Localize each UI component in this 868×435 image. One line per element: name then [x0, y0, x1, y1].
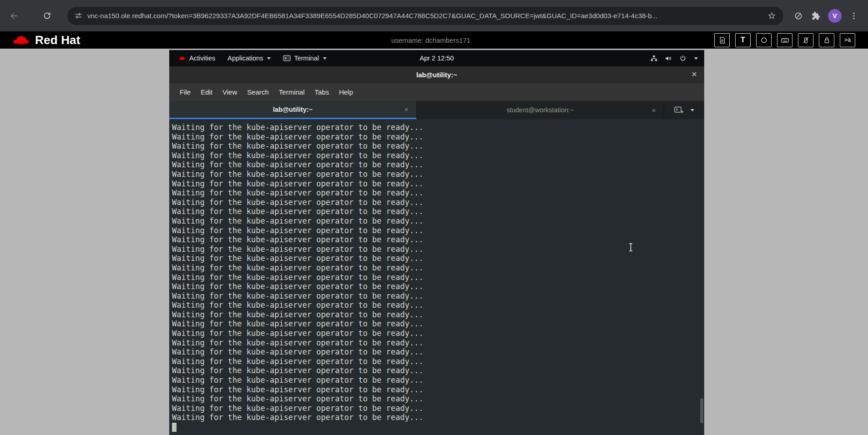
new-terminal-icon[interactable]: [674, 106, 684, 114]
circle-icon: [760, 36, 768, 44]
terminal-line: Waiting for the kube-apiserver operator …: [172, 235, 704, 245]
profile-avatar[interactable]: V: [828, 9, 842, 23]
terminal-line: Waiting for the kube-apiserver operator …: [172, 329, 704, 338]
menu-edit[interactable]: Edit: [196, 88, 217, 96]
terminal-line: Waiting for the kube-apiserver operator …: [172, 385, 704, 395]
document-icon: [718, 36, 726, 44]
extensions-button[interactable]: [807, 7, 824, 25]
reload-icon: [42, 11, 52, 20]
terminal-line: Waiting for the kube-apiserver operator …: [172, 357, 704, 366]
back-button[interactable]: [5, 7, 23, 25]
window-titlebar[interactable]: lab@utility:~ ×: [169, 66, 704, 83]
browser-toolbar: vnc-na150.ole.redhat.com/?token=3B962293…: [0, 0, 868, 31]
terminal-line: Waiting for the kube-apiserver operator …: [172, 132, 704, 142]
lock-icon: [823, 36, 831, 44]
menu-file[interactable]: File: [175, 88, 196, 96]
session-username: username: dchambers171: [391, 36, 470, 44]
session-button[interactable]: [756, 33, 772, 47]
distro-hat-icon: [178, 55, 186, 61]
ctrl-alt-del-button[interactable]: [819, 33, 834, 47]
terminal-cursor: [172, 423, 177, 432]
network-icon[interactable]: [650, 55, 658, 62]
clock[interactable]: Apr 2 12:50: [420, 55, 454, 62]
terminal-app-icon: [283, 55, 291, 61]
browser-menu-button[interactable]: [845, 7, 863, 25]
terminal-line: Waiting for the kube-apiserver operator …: [172, 310, 704, 320]
terminal-line: Waiting for the kube-apiserver operator …: [172, 319, 704, 329]
terminal-line: Waiting for the kube-apiserver operator …: [172, 245, 704, 254]
terminal-line: Waiting for the kube-apiserver operator …: [172, 291, 704, 301]
applications-label: Applications: [227, 55, 263, 62]
terminal-line: Waiting for the kube-apiserver operator …: [172, 151, 704, 160]
keyboard-icon: [781, 36, 789, 45]
terminal-line: Waiting for the kube-apiserver operator …: [172, 198, 704, 207]
circle-slash-icon: [794, 11, 803, 20]
redhat-fedora-icon: [12, 34, 31, 46]
redhat-logo: Red Hat: [0, 33, 81, 47]
activities-button[interactable]: Activities: [178, 55, 215, 62]
terminal-window: lab@utility:~ × File Edit View Search Te…: [169, 66, 704, 435]
tab-close-button[interactable]: ×: [652, 106, 664, 114]
mouse-ibeam-cursor: [629, 243, 633, 254]
notes-button[interactable]: [714, 33, 730, 47]
text-input-icon: T: [741, 36, 745, 44]
guac-header: Red Hat username: dchambers171 T >à: [0, 31, 868, 49]
tabbar-controls: [664, 101, 704, 119]
browser-action-button[interactable]: [790, 7, 807, 25]
tab-list-chevron-icon[interactable]: [691, 109, 694, 111]
menu-help[interactable]: Help: [334, 88, 358, 96]
mouse-mode-button[interactable]: [798, 33, 813, 47]
terminal-line: Waiting for the kube-apiserver operator …: [172, 170, 704, 179]
terminal-tabbar: lab@utility:~ × student@workstation:~ ×: [169, 101, 704, 119]
applications-menu[interactable]: Applications: [227, 55, 271, 62]
focused-app-menu[interactable]: Terminal: [283, 55, 327, 62]
chevron-down-icon: [267, 57, 271, 60]
terminal-line: Waiting for the kube-apiserver operator …: [172, 226, 704, 235]
terminal-line: Waiting for the kube-apiserver operator …: [172, 207, 704, 216]
terminal-line: Waiting for the kube-apiserver operator …: [172, 160, 704, 170]
chevron-down-icon: [323, 57, 327, 60]
remote-display-area: Activities Applications Terminal Apr 2 1…: [0, 49, 868, 435]
site-settings-icon[interactable]: [74, 11, 83, 20]
guac-toolbar: T >à: [714, 33, 855, 47]
mouse-disabled-icon: [802, 36, 810, 44]
tab-student-workstation[interactable]: student@workstation:~ ×: [417, 101, 664, 119]
terminal-output: Waiting for the kube-apiserver operator …: [172, 123, 704, 422]
terminal-line: Waiting for the kube-apiserver operator …: [172, 141, 704, 151]
window-close-button[interactable]: ×: [691, 69, 697, 80]
terminal-scrollbar-thumb[interactable]: [700, 398, 703, 423]
back-icon: [9, 11, 19, 21]
power-icon[interactable]: [679, 55, 686, 62]
menu-terminal[interactable]: Terminal: [274, 88, 310, 96]
terminal-line: Waiting for the kube-apiserver operator …: [172, 188, 704, 198]
menu-search[interactable]: Search: [242, 88, 274, 96]
terminal-line: Waiting for the kube-apiserver operator …: [172, 263, 704, 273]
gnome-top-bar: Activities Applications Terminal Apr 2 1…: [169, 50, 704, 66]
terminal-screen[interactable]: Waiting for the kube-apiserver operator …: [169, 119, 704, 435]
window-title: lab@utility:~: [416, 71, 457, 79]
url-bar[interactable]: vnc-na150.ole.redhat.com/?token=3B962293…: [67, 7, 783, 25]
tab-close-button[interactable]: ×: [404, 105, 416, 113]
tab-label: lab@utility:~: [181, 106, 404, 113]
system-menu-chevron-icon[interactable]: [694, 57, 698, 60]
volume-icon[interactable]: [665, 55, 672, 62]
brand-name: Red Hat: [35, 33, 81, 47]
ime-button[interactable]: >à: [840, 33, 855, 47]
puzzle-icon: [811, 11, 820, 20]
keyboard-button[interactable]: [777, 33, 792, 47]
menu-tabs[interactable]: Tabs: [310, 88, 334, 96]
terminal-line: Waiting for the kube-apiserver operator …: [172, 179, 704, 189]
terminal-line: Waiting for the kube-apiserver operator …: [172, 338, 704, 348]
tab-lab-utility[interactable]: lab@utility:~ ×: [169, 101, 417, 119]
url-text[interactable]: vnc-na150.ole.redhat.com/?token=3B962293…: [87, 12, 762, 20]
kebab-menu-icon: [849, 11, 858, 20]
terminal-line: Waiting for the kube-apiserver operator …: [172, 123, 704, 132]
remote-desktop: Activities Applications Terminal Apr 2 1…: [169, 50, 704, 435]
text-input-button[interactable]: T: [735, 33, 751, 47]
ime-icon: >à: [844, 37, 851, 43]
reload-button[interactable]: [38, 7, 56, 25]
focused-app-label: Terminal: [294, 55, 319, 62]
terminal-line: Waiting for the kube-apiserver operator …: [172, 282, 704, 291]
menu-view[interactable]: View: [217, 88, 242, 96]
bookmark-star-icon[interactable]: [767, 11, 777, 20]
